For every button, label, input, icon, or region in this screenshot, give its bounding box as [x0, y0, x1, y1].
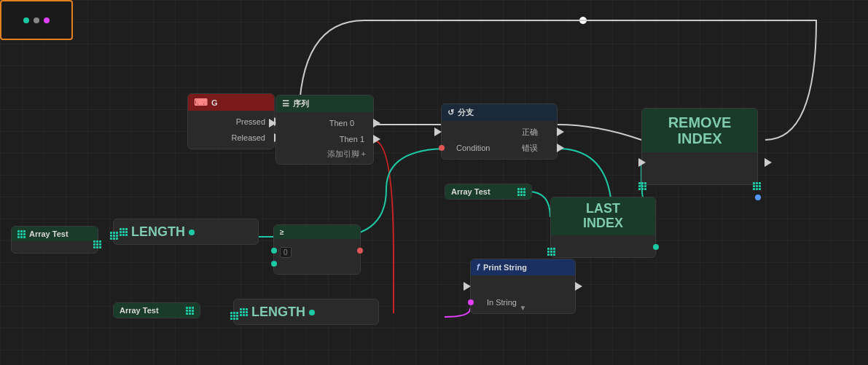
arraytest2-title: Array Test	[451, 187, 490, 196]
node-remove-index: REMOVE INDEX	[641, 108, 758, 185]
arraytest3-title: Array Test	[120, 306, 159, 315]
print-body: In String ▼	[471, 275, 575, 313]
pin-row-condition: Condition 错误	[442, 140, 557, 156]
compare-in1	[271, 243, 277, 256]
length2-in-pin	[230, 304, 238, 320]
print-exec-row	[471, 278, 575, 294]
remove-index-title: REMOVE INDEX	[642, 109, 757, 152]
length2-inner: LENGTH	[240, 305, 305, 320]
arraytest2-grid-icon	[517, 188, 525, 196]
last-index-body	[551, 235, 655, 257]
arraytest3-grid-icon	[186, 307, 194, 315]
branch-exec-in	[434, 127, 442, 136]
last-out-pin	[653, 240, 659, 253]
compare-out	[357, 243, 363, 256]
connector-gray-pin	[34, 17, 39, 23]
print-instring-row: In String ▼	[471, 294, 575, 310]
remove-grid-in-icon	[638, 182, 646, 190]
length2-out-pin	[309, 305, 315, 318]
compare-zero-label: 0	[280, 247, 292, 258]
arraytest1-header: Array Test	[12, 227, 98, 241]
pin-row-then1: Then 1	[276, 131, 373, 147]
node-g-title: G	[211, 98, 218, 107]
length2-in-grid	[230, 312, 238, 320]
node-length-bottom: LENGTH	[233, 299, 379, 325]
arraytest3-header: Array Test	[114, 303, 200, 318]
branch-true-pin	[557, 127, 564, 136]
last-in-grid	[547, 248, 555, 256]
pin-row-seq-exec-in: Then 0	[276, 115, 373, 131]
remove-exec-in-icon	[638, 158, 646, 167]
print-dropdown-icon: ▼	[520, 304, 527, 312]
compare-icon: ≥	[280, 228, 284, 236]
add-pin-row[interactable]: 添加引脚 +	[276, 147, 373, 161]
condition-label: Condition	[453, 144, 493, 152]
node-g: ⌨ G Pressed Released	[187, 93, 275, 149]
node-arraytest-middle: Array Test	[445, 184, 532, 200]
arraytest1-title: Array Test	[29, 229, 69, 238]
compare-body: 0	[274, 239, 360, 274]
length1-out-icon	[189, 229, 195, 235]
sequence-icon: ☰	[282, 99, 289, 109]
node-g-header: ⌨ G	[188, 94, 274, 111]
remove-grid-out-icon	[753, 182, 761, 190]
print-exec-out	[575, 282, 582, 291]
print-header: f Print String	[471, 259, 575, 275]
remove-title2: INDEX	[649, 130, 750, 146]
print-exec-in	[464, 282, 471, 291]
print-instring-pin	[468, 299, 474, 305]
length1-grid-icon	[120, 228, 128, 236]
node-branch-title: 分支	[458, 107, 474, 118]
pin-row-pressed: Pressed	[188, 114, 274, 130]
node-arraytest-top-left: Array Test	[11, 226, 98, 254]
last-in-pin	[547, 240, 555, 256]
false-label: 错误	[519, 143, 541, 154]
branch-false-pin	[557, 144, 564, 152]
last-out-icon	[653, 244, 659, 250]
remove-exec-out-icon	[765, 158, 772, 167]
instring-label: In String	[484, 298, 520, 307]
true-label: 正确	[519, 127, 541, 138]
node-seq-header: ☰ 序列	[276, 95, 373, 112]
arraytest1-body	[12, 241, 98, 253]
node-print-string: f Print String In String ▼	[470, 259, 576, 314]
compare-out-icon	[357, 248, 363, 254]
length2-out-icon	[309, 310, 315, 315]
keyboard-icon: ⌨	[194, 97, 208, 108]
node-connector-box[interactable]	[0, 0, 73, 40]
arraytest1-out-icon	[93, 240, 101, 248]
remove-grid-out	[753, 174, 761, 190]
node-branch-header: ↺ 分支	[442, 104, 557, 121]
compare-in2	[271, 256, 277, 270]
remove-title1: REMOVE	[649, 114, 750, 130]
svg-point-0	[579, 17, 587, 24]
branch-icon: ↺	[447, 108, 454, 117]
node-seq-title: 序列	[293, 98, 309, 109]
add-pin-label: 添加引脚 +	[327, 149, 366, 160]
node-last-index: LAST INDEX	[550, 197, 656, 258]
length1-out-pin	[189, 225, 195, 238]
node-seq-body: Then 0 Then 1 添加引脚 +	[276, 112, 373, 164]
node-length-top: LENGTH	[113, 219, 259, 245]
compare-in1-icon	[271, 248, 277, 254]
remove-int-pin	[755, 190, 761, 203]
last-title1: LAST	[558, 202, 648, 216]
condition-pin	[439, 145, 445, 151]
arraytest2-header: Array Test	[445, 184, 531, 199]
node-branch-body: 正确 Condition 错误	[442, 121, 557, 159]
last-title2: INDEX	[558, 216, 648, 231]
compare-header: ≥	[274, 225, 360, 239]
print-title: Print String	[483, 263, 527, 272]
connector-magenta-pin	[44, 17, 50, 23]
pressed-label: Pressed	[233, 117, 268, 126]
released-label: Released	[229, 133, 268, 142]
seq-then0-pin	[373, 119, 380, 127]
function-icon: f	[477, 262, 480, 272]
compare-in2-icon	[271, 261, 277, 267]
length2-grid-icon	[240, 308, 248, 316]
node-compare: ≥ 0	[273, 224, 361, 275]
length1-in-pin	[110, 224, 118, 240]
length2-title: LENGTH	[251, 305, 305, 320]
arraytest1-grid-icon	[17, 230, 26, 238]
remove-int-icon	[755, 195, 761, 200]
